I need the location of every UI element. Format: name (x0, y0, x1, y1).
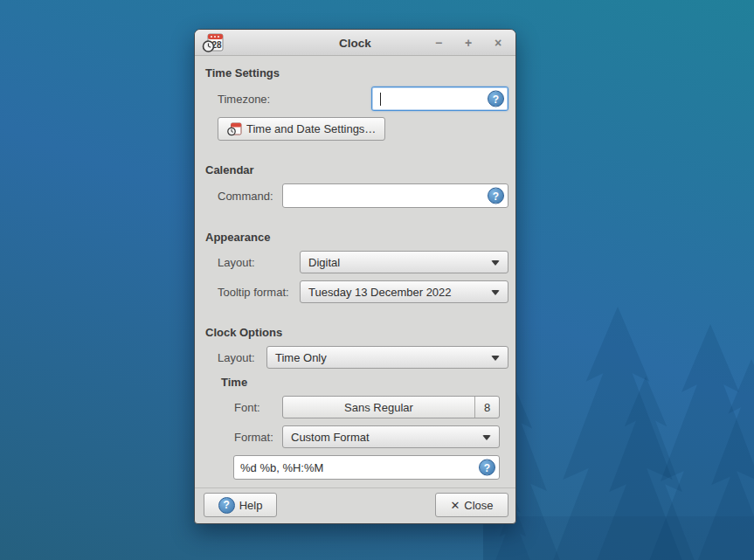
chevron-down-icon (482, 435, 491, 440)
appearance-layout-value: Digital (308, 256, 340, 269)
tooltip-format-value: Tuesday 13 December 2022 (308, 286, 452, 299)
clock-calendar-icon (227, 122, 242, 136)
calendar-header: Calendar (205, 163, 254, 176)
dialog-content: Time Settings Timezone: ? (195, 56, 515, 523)
clock-options-header: Clock Options (205, 326, 282, 339)
time-subheader: Time (221, 376, 247, 389)
font-label: Font: (234, 401, 282, 414)
chevron-down-icon (491, 260, 500, 266)
pine-trees-silhouette (483, 298, 754, 560)
timezone-help-icon[interactable]: ? (488, 91, 504, 107)
titlebar-close-button[interactable]: × (488, 30, 508, 56)
footer-buttons-row: ? Help ✕ Close (204, 493, 508, 517)
command-input[interactable]: ? (282, 183, 508, 208)
desktop-wallpaper: 28 Clock − + × Time Settings Timezone: (0, 0, 754, 560)
custom-format-value: %d %b, %H:%M (240, 461, 323, 474)
text-cursor (380, 93, 381, 106)
custom-format-input[interactable]: %d %b, %H:%M ? (233, 455, 500, 480)
format-label: Format: (234, 431, 282, 444)
titlebar[interactable]: 28 Clock − + × (195, 30, 515, 56)
clock-layout-value: Time Only (275, 351, 327, 364)
dialog-close-button[interactable]: ✕ Close (435, 493, 508, 517)
format-value: Custom Format (291, 431, 370, 444)
appearance-layout-label: Layout: (218, 256, 300, 269)
tooltip-format-label: Tooltip format: (218, 286, 300, 299)
clock-settings-window: 28 Clock − + × Time Settings Timezone: (194, 29, 516, 524)
minimize-button[interactable]: − (428, 30, 449, 56)
format-row: Format: Custom Format (205, 425, 508, 448)
font-button[interactable]: Sans Regular 8 (282, 396, 500, 418)
custom-format-help-icon[interactable]: ? (479, 460, 495, 476)
timezone-row: Timezone: ? (205, 86, 508, 111)
tooltip-format-select[interactable]: Tuesday 13 December 2022 (300, 280, 508, 303)
font-size: 8 (474, 397, 499, 418)
font-row: Font: Sans Regular 8 (205, 396, 508, 418)
close-x-icon: ✕ (450, 499, 460, 512)
custom-format-row: %d %b, %H:%M ? (205, 455, 508, 480)
chevron-down-icon (491, 356, 500, 361)
command-row: Command: ? (205, 183, 508, 208)
time-date-settings-label: Time and Date Settings… (246, 122, 376, 135)
clock-layout-select[interactable]: Time Only (266, 346, 508, 369)
window-controls: − + × (428, 30, 508, 56)
appearance-layout-select[interactable]: Digital (300, 251, 508, 273)
help-button[interactable]: ? Help (204, 493, 277, 517)
clock-layout-label: Layout: (218, 351, 266, 364)
time-date-settings-row: Time and Date Settings… (205, 117, 508, 141)
time-date-settings-button[interactable]: Time and Date Settings… (218, 117, 385, 141)
appearance-header: Appearance (205, 231, 270, 244)
maximize-button[interactable]: + (458, 30, 479, 56)
tooltip-format-row: Tooltip format: Tuesday 13 December 2022 (205, 280, 508, 303)
footer-separator (195, 487, 515, 488)
format-select[interactable]: Custom Format (282, 425, 500, 448)
chevron-down-icon (491, 290, 500, 295)
close-button-label: Close (464, 499, 493, 512)
clock-layout-row: Layout: Time Only (205, 346, 508, 369)
appearance-layout-row: Layout: Digital (205, 251, 508, 273)
command-label: Command: (218, 190, 282, 203)
help-icon: ? (218, 497, 235, 514)
help-button-label: Help (239, 499, 263, 512)
time-settings-header: Time Settings (205, 66, 280, 80)
command-help-icon[interactable]: ? (488, 188, 504, 204)
font-name: Sans Regular (283, 397, 474, 418)
timezone-input[interactable]: ? (371, 86, 508, 111)
timezone-label: Timezone: (218, 93, 371, 106)
